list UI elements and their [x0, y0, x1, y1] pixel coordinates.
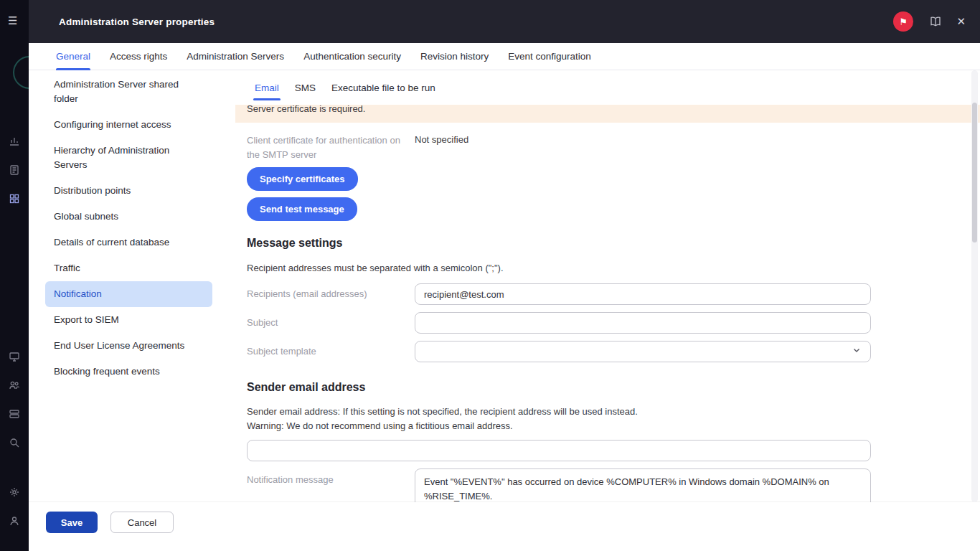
vertical-scrollbar-thumb[interactable] [972, 103, 977, 242]
recipients-label: Recipients (email addresses) [247, 288, 367, 299]
sender-email-input[interactable] [247, 440, 871, 461]
certificate-warning-banner: Server certificate is required. [235, 105, 980, 123]
subtab-executable[interactable]: Executable file to be run [330, 80, 437, 96]
cancel-button[interactable]: Cancel [110, 512, 174, 533]
dialog-footer: Save Cancel [29, 502, 980, 551]
save-button[interactable]: Save [46, 512, 98, 533]
chevron-down-icon [852, 345, 862, 358]
tab-revision-history[interactable]: Revision history [420, 43, 489, 70]
client-certificate-label: Client certificate for authentication on… [247, 133, 410, 162]
sender-email-heading: Sender email address [247, 381, 365, 394]
banner-text: Server certificate is required. [247, 105, 980, 116]
title-bar: Administration Server properties ⚑ ✕ [29, 0, 980, 43]
kaspersky-flag-icon[interactable]: ⚑ [893, 11, 913, 32]
vertical-scrollbar-track[interactable] [971, 70, 978, 502]
page-title: Administration Server properties [59, 17, 215, 27]
account-icon[interactable] [9, 515, 20, 527]
users-icon[interactable] [9, 380, 20, 391]
tab-administration-servers[interactable]: Administration Servers [187, 43, 284, 70]
subject-label: Subject [247, 317, 278, 328]
close-icon[interactable]: ✕ [956, 15, 966, 28]
sidebar-item-blocking-frequent-events[interactable]: Blocking frequent events [45, 359, 212, 385]
notification-settings-panel: Email SMS Executable file to be run Serv… [235, 70, 980, 502]
message-settings-heading: Message settings [247, 237, 342, 250]
sender-note-2: Warning: We do not recommend using a fic… [247, 420, 513, 431]
sidebar-item-eula[interactable]: End User License Agreements [45, 333, 212, 359]
tab-event-configuration[interactable]: Event configuration [508, 43, 591, 70]
send-test-message-button[interactable]: Send test message [247, 197, 357, 221]
sidebar-item-distribution-points[interactable]: Distribution points [45, 178, 212, 204]
app-icon-rail: ☰ [0, 0, 29, 551]
recipients-hint-text: Recipient addresses must be separated wi… [247, 263, 504, 273]
tab-authentication-security[interactable]: Authentication security [303, 43, 401, 70]
notification-message-label: Notification message [247, 474, 334, 485]
subject-template-label: Subject template [247, 346, 316, 357]
client-certificate-value: Not specified [415, 134, 468, 145]
sidebar-item-internet-access[interactable]: Configuring internet access [45, 112, 212, 138]
tab-access-rights[interactable]: Access rights [110, 43, 167, 70]
documentation-book-icon[interactable] [929, 15, 942, 28]
subtab-sms[interactable]: SMS [293, 80, 317, 96]
subject-template-select[interactable] [415, 341, 871, 362]
sidebar-item-notification[interactable]: Notification [45, 281, 212, 307]
menu-icon[interactable]: ☰ [8, 14, 17, 27]
settings-icon[interactable] [9, 486, 20, 498]
specify-certificates-button[interactable]: Specify certificates [247, 167, 358, 191]
dashboard-grid-icon[interactable] [9, 193, 20, 204]
search-icon[interactable] [9, 437, 20, 448]
subtab-email[interactable]: Email [253, 80, 281, 96]
logo-arc-icon [13, 56, 29, 89]
subject-input[interactable] [415, 312, 871, 334]
tab-general[interactable]: General [56, 43, 90, 70]
sender-note-1: Sender email address: If this setting is… [247, 406, 638, 417]
sidebar-item-current-database[interactable]: Details of current database [45, 230, 212, 255]
notification-subtab-bar: Email SMS Executable file to be run [235, 70, 980, 105]
monitoring-icon[interactable] [9, 136, 20, 147]
repositories-icon[interactable] [9, 408, 20, 420]
sidebar-item-global-subnets[interactable]: Global subnets [45, 204, 212, 230]
administration-server-properties-window: ☰ Administration Server prop [0, 0, 980, 551]
sidebar-item-shared-folder[interactable]: Administration Server shared folder [45, 72, 212, 112]
reports-icon[interactable] [9, 164, 20, 176]
sidebar-item-export-to-siem[interactable]: Export to SIEM [45, 307, 212, 333]
sidebar-item-hierarchy[interactable]: Hierarchy of Administration Servers [45, 138, 212, 178]
properties-tab-bar: General Access rights Administration Ser… [29, 43, 980, 70]
notification-message-textarea[interactable]: Event "%EVENT%" has occurred on device %… [415, 468, 871, 502]
general-sections-nav: Administration Server shared folder Conf… [45, 72, 212, 385]
recipients-input[interactable] [415, 283, 871, 305]
devices-icon[interactable] [9, 351, 20, 362]
sidebar-item-traffic[interactable]: Traffic [45, 255, 212, 281]
